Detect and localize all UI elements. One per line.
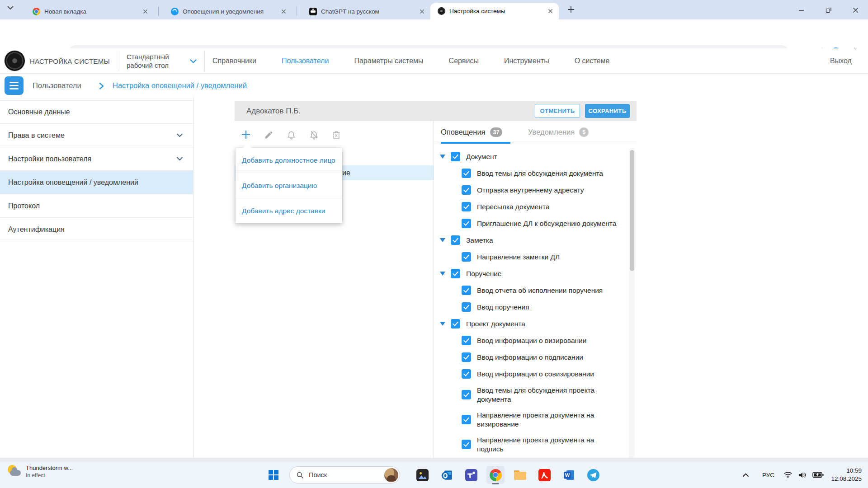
nav-item-tools[interactable]: Инструменты bbox=[504, 57, 549, 65]
sidebar-item-protocol[interactable]: Протокол bbox=[0, 194, 193, 218]
browser-tab-chatgpt[interactable]: ChatGPT на русском bbox=[302, 4, 430, 19]
tab-alerts[interactable]: Оповещения 37 bbox=[441, 127, 502, 137]
save-button[interactable]: СОХРАНИТЬ bbox=[585, 104, 630, 118]
start-button[interactable] bbox=[269, 470, 278, 480]
sidebar-item-user-settings[interactable]: Настройки пользователя bbox=[0, 147, 193, 171]
tree-item-row[interactable]: Ввод информации о подписании bbox=[436, 349, 628, 366]
tab-close-icon[interactable] bbox=[418, 8, 426, 15]
taskbar-clock[interactable]: 10:59 12.08.2025 bbox=[831, 461, 862, 488]
cancel-button[interactable]: ОТМЕНИТЬ bbox=[535, 104, 580, 118]
app-icon-photos[interactable] bbox=[413, 466, 431, 484]
checkbox-checked[interactable] bbox=[451, 152, 460, 161]
scrollbar-thumb[interactable] bbox=[630, 150, 634, 271]
checkbox-checked[interactable] bbox=[451, 319, 460, 328]
app-icon-outlook[interactable] bbox=[438, 466, 456, 484]
tab-close-icon[interactable] bbox=[142, 8, 149, 15]
sidebar-item-system-rights[interactable]: Права в системе bbox=[0, 124, 193, 147]
app-icon-acrobat[interactable] bbox=[535, 466, 553, 484]
nav-item-about[interactable]: О системе bbox=[575, 57, 610, 65]
checkbox-checked[interactable] bbox=[462, 202, 471, 211]
language-indicator[interactable]: РУС bbox=[762, 461, 774, 488]
chevron-down-icon[interactable] bbox=[176, 157, 183, 161]
checkbox-checked[interactable] bbox=[462, 252, 471, 262]
browser-tab-alerts[interactable]: Оповещения и уведомления bbox=[164, 4, 292, 19]
tree-scrollbar[interactable] bbox=[629, 148, 635, 458]
checkbox-checked[interactable] bbox=[462, 219, 471, 228]
checkbox-checked[interactable] bbox=[462, 352, 471, 362]
tree-item-row[interactable]: Направление проекта документа на подпись bbox=[436, 432, 628, 457]
tree-group-row[interactable]: Поручение bbox=[436, 265, 628, 282]
tree-item-row[interactable]: Ввод темы для обсуждения проекта докумен… bbox=[436, 382, 628, 407]
menu-item-add-organization[interactable]: Добавить организацию bbox=[236, 173, 342, 198]
tree-item-row[interactable]: Ввод отчета об исполнении поручения bbox=[436, 282, 628, 299]
nav-item-directories[interactable]: Справочники bbox=[212, 57, 256, 65]
window-restore-button[interactable] bbox=[819, 4, 837, 16]
workspace-selector[interactable]: Стандартный рабочий стол bbox=[127, 52, 186, 70]
browser-tab-system-settings[interactable]: Настройка системы bbox=[430, 3, 559, 19]
tab-close-icon[interactable] bbox=[280, 8, 288, 15]
browser-tab-new-tab[interactable]: Новая вкладка bbox=[25, 4, 154, 19]
tree-group-row[interactable]: Заметка bbox=[436, 232, 628, 249]
taskbar-search[interactable]: Поиск bbox=[289, 466, 400, 483]
checkbox-checked[interactable] bbox=[462, 185, 471, 195]
checkbox-checked[interactable] bbox=[462, 302, 471, 312]
tree-group-row[interactable]: Документ bbox=[436, 148, 628, 165]
breadcrumb-root[interactable]: Пользователи bbox=[33, 74, 81, 97]
delete-icon[interactable] bbox=[330, 128, 342, 141]
sidebar-item-main-data[interactable]: Основные данные bbox=[0, 100, 193, 124]
collapse-arrow-icon[interactable] bbox=[440, 155, 445, 159]
checkbox-checked[interactable] bbox=[451, 269, 460, 278]
app-icon-telegram[interactable] bbox=[584, 466, 602, 484]
tree-group-row[interactable]: Проект документа bbox=[436, 315, 628, 332]
tree-item-row[interactable]: Направление проекта документа на визиров… bbox=[436, 407, 628, 432]
sidebar-item-authentication[interactable]: Аутентификация bbox=[0, 218, 193, 241]
nav-item-system-params[interactable]: Параметры системы bbox=[354, 57, 423, 65]
tree-item-row[interactable]: Приглашение ДЛ к обсуждению документа bbox=[436, 215, 628, 232]
new-tab-button[interactable] bbox=[567, 5, 575, 14]
checkbox-checked[interactable] bbox=[462, 169, 471, 178]
tree-item-row[interactable]: Отправка внутреннему адресату bbox=[436, 182, 628, 198]
nav-item-users[interactable]: Пользователи bbox=[282, 57, 329, 65]
app-icon-word[interactable] bbox=[560, 466, 578, 484]
checkbox-checked[interactable] bbox=[462, 390, 471, 399]
tab-notifications[interactable]: Уведомления 5 bbox=[528, 127, 589, 137]
bell-icon[interactable] bbox=[285, 128, 297, 141]
menu-hamburger-button[interactable] bbox=[5, 76, 24, 95]
wifi-icon[interactable] bbox=[783, 461, 793, 488]
chevron-down-icon[interactable] bbox=[190, 59, 197, 64]
tree-item-row[interactable]: Ввод информации о совизировании bbox=[436, 366, 628, 382]
checkbox-checked[interactable] bbox=[462, 415, 471, 424]
checkbox-checked[interactable] bbox=[451, 235, 460, 245]
add-icon[interactable] bbox=[240, 128, 252, 141]
tree-item-row[interactable]: Ввод информации о визировании bbox=[436, 332, 628, 349]
menu-item-add-delivery-address[interactable]: Добавить адрес доставки bbox=[236, 198, 342, 223]
collapse-arrow-icon[interactable] bbox=[440, 272, 445, 276]
edit-pencil-icon[interactable] bbox=[263, 128, 274, 141]
tree-item-row[interactable]: Ввод поручения bbox=[436, 299, 628, 315]
sidebar-item-notifications-setup[interactable]: Настройка оповещений / уведомлений bbox=[0, 171, 193, 194]
logout-link[interactable]: Выход bbox=[830, 48, 852, 74]
tree-item-row[interactable]: Ввод темы для обсуждения документа bbox=[436, 165, 628, 182]
app-icon-chrome[interactable] bbox=[486, 466, 505, 484]
nav-item-services[interactable]: Сервисы bbox=[449, 57, 479, 65]
checkbox-checked[interactable] bbox=[462, 440, 471, 449]
window-close-button[interactable] bbox=[846, 4, 864, 16]
menu-item-add-official[interactable]: Добавить должностное лицо bbox=[236, 148, 342, 173]
search-widget-image[interactable] bbox=[384, 468, 398, 482]
app-icon-teams[interactable] bbox=[462, 466, 480, 484]
tree-item-row[interactable]: Направление заметки ДЛ bbox=[436, 249, 628, 265]
chevron-down-icon[interactable] bbox=[176, 133, 183, 137]
checkbox-checked[interactable] bbox=[462, 369, 471, 379]
volume-icon[interactable] bbox=[798, 461, 807, 488]
checkbox-checked[interactable] bbox=[462, 336, 471, 345]
tray-chevron-up-icon[interactable] bbox=[742, 461, 749, 488]
tree-item-row[interactable]: Пересылка документа bbox=[436, 198, 628, 215]
tab-close-icon[interactable] bbox=[547, 7, 554, 15]
bell-off-icon[interactable] bbox=[308, 128, 320, 141]
window-minimize-button[interactable] bbox=[792, 4, 810, 16]
battery-icon[interactable] bbox=[812, 461, 824, 488]
app-icon-explorer[interactable] bbox=[511, 466, 529, 484]
tab-list-chevron-icon[interactable] bbox=[7, 6, 14, 10]
taskbar-weather-widget[interactable]: Thunderstorm w... In effect bbox=[6, 464, 73, 479]
checkbox-checked[interactable] bbox=[462, 286, 471, 295]
